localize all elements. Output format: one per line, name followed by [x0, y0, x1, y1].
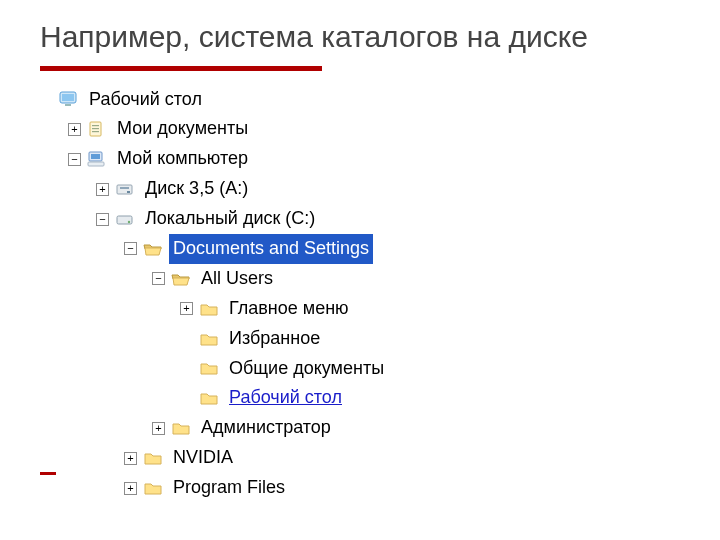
tree-row-localc[interactable]: − Локальный диск (C:) — [40, 204, 680, 234]
tree-row-desktop[interactable]: Рабочий стол — [40, 85, 680, 115]
floppy-drive-icon — [114, 179, 136, 199]
accent-line — [40, 472, 56, 475]
folder-tree: Рабочий стол + Мои документы − Мой компь… — [40, 85, 680, 503]
folder-icon — [198, 358, 220, 378]
collapse-icon[interactable]: − — [152, 272, 165, 285]
expander-none — [40, 93, 53, 106]
tree-label: Мой компьютер — [113, 144, 252, 174]
expand-icon[interactable]: + — [180, 302, 193, 315]
collapse-icon[interactable]: − — [68, 153, 81, 166]
svg-rect-8 — [91, 154, 100, 159]
tree-label: Program Files — [169, 473, 289, 503]
expand-icon[interactable]: + — [68, 123, 81, 136]
documents-icon — [86, 119, 108, 139]
expand-icon[interactable]: + — [124, 482, 137, 495]
svg-rect-4 — [92, 125, 99, 126]
expander-none — [180, 362, 193, 375]
folder-icon — [198, 299, 220, 319]
tree-row-mycomputer[interactable]: − Мой компьютер — [40, 144, 680, 174]
svg-point-14 — [128, 221, 130, 223]
title-rule — [40, 66, 322, 71]
svg-rect-11 — [120, 187, 129, 189]
tree-row-favorites[interactable]: Избранное — [40, 324, 680, 354]
tree-row-admin[interactable]: + Администратор — [40, 413, 680, 443]
tree-label: Главное меню — [225, 294, 353, 324]
desktop-icon — [58, 89, 80, 109]
tree-row-shareddocs[interactable]: Общие документы — [40, 354, 680, 384]
slide-title: Например, система каталогов на диске — [40, 18, 680, 56]
expand-icon[interactable]: + — [124, 452, 137, 465]
tree-row-floppy[interactable]: + Диск 3,5 (A:) — [40, 174, 680, 204]
folder-icon — [198, 388, 220, 408]
computer-icon — [86, 149, 108, 169]
tree-label: Избранное — [225, 324, 324, 354]
tree-row-nvidia[interactable]: + NVIDIA — [40, 443, 680, 473]
folder-icon — [198, 329, 220, 349]
tree-label: Рабочий стол — [85, 85, 206, 115]
collapse-icon[interactable]: − — [124, 242, 137, 255]
folder-icon — [142, 448, 164, 468]
svg-rect-9 — [88, 162, 104, 166]
expander-none — [180, 332, 193, 345]
expand-icon[interactable]: + — [152, 422, 165, 435]
folder-open-icon — [142, 239, 164, 259]
expand-icon[interactable]: + — [96, 183, 109, 196]
svg-rect-5 — [92, 128, 99, 129]
folder-open-icon — [170, 269, 192, 289]
tree-row-all-users[interactable]: − All Users — [40, 264, 680, 294]
svg-rect-12 — [127, 191, 130, 193]
tree-row-program-files[interactable]: + Program Files — [40, 473, 680, 503]
tree-label-selected: Documents and Settings — [169, 234, 373, 264]
tree-label: Мои документы — [113, 114, 252, 144]
tree-row-documents-and-settings[interactable]: − Documents and Settings — [40, 234, 680, 264]
tree-label: Общие документы — [225, 354, 388, 384]
tree-label: Администратор — [197, 413, 335, 443]
folder-icon — [142, 478, 164, 498]
svg-rect-1 — [62, 94, 74, 101]
tree-label: Локальный диск (C:) — [141, 204, 319, 234]
svg-rect-6 — [92, 131, 99, 132]
tree-label-link: Рабочий стол — [225, 383, 346, 413]
tree-row-desktop-link[interactable]: Рабочий стол — [40, 383, 680, 413]
tree-label: All Users — [197, 264, 277, 294]
expander-none — [180, 392, 193, 405]
svg-rect-2 — [65, 104, 71, 106]
tree-label: Диск 3,5 (A:) — [141, 174, 252, 204]
tree-label: NVIDIA — [169, 443, 237, 473]
folder-icon — [170, 418, 192, 438]
collapse-icon[interactable]: − — [96, 213, 109, 226]
hard-drive-icon — [114, 209, 136, 229]
tree-row-mainmenu[interactable]: + Главное меню — [40, 294, 680, 324]
tree-row-mydocs[interactable]: + Мои документы — [40, 114, 680, 144]
